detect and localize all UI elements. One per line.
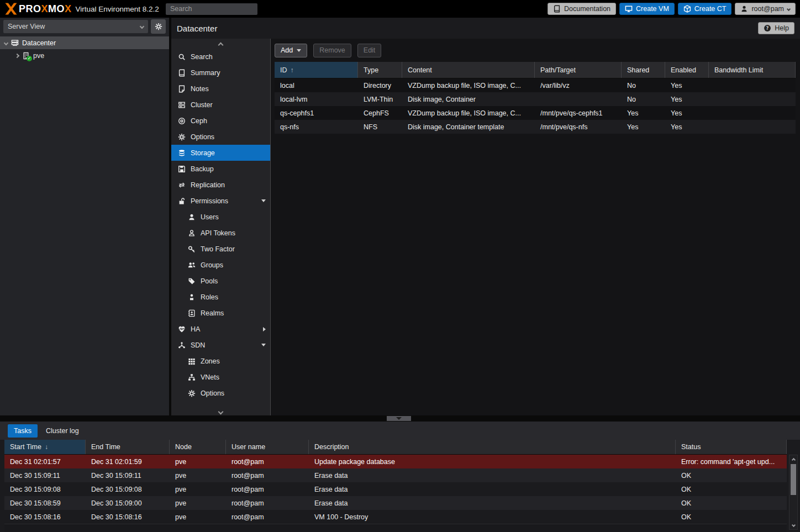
tasks-scrollbar[interactable] <box>789 455 798 530</box>
nav-item-ha[interactable]: HA <box>171 321 270 337</box>
nav-item-search[interactable]: Search <box>171 49 270 65</box>
tree-item-datacenter[interactable]: Datacenter <box>0 36 169 49</box>
gear-icon <box>178 133 186 141</box>
nav-item-two-factor[interactable]: Two Factor <box>171 241 270 257</box>
resource-sidebar: Server View Datacenter ✓ pve <box>0 18 169 415</box>
nav-scroll-down-button[interactable] <box>171 408 270 415</box>
database-icon <box>178 149 186 157</box>
nav-item-ceph[interactable]: Ceph <box>171 113 270 129</box>
nav-item-summary[interactable]: Summary <box>171 65 270 81</box>
book-icon <box>553 5 561 13</box>
column-header-end-time[interactable]: End Time <box>86 440 170 454</box>
content-body: Search Summary Notes Cluster Ceph Option… <box>171 39 800 415</box>
question-icon: ? <box>764 24 771 32</box>
create-vm-button[interactable]: Create VM <box>619 3 675 15</box>
table-row[interactable]: qs-nfsNFSDisk image, Container template/… <box>275 120 796 134</box>
column-header-bandwidth[interactable]: Bandwidth Limit <box>709 62 796 78</box>
nav-item-sdn[interactable]: SDN <box>171 337 270 353</box>
collapse-handle[interactable] <box>387 416 411 421</box>
book-icon <box>178 69 186 77</box>
documentation-button[interactable]: Documentation <box>548 3 616 15</box>
column-header-start-time[interactable]: Start Time↓ <box>4 440 86 454</box>
gear-icon <box>188 389 196 397</box>
nav-item-groups[interactable]: Groups <box>171 257 270 273</box>
user-icon <box>740 5 748 13</box>
tree-item-pve[interactable]: ✓ pve <box>0 49 169 62</box>
column-header-content[interactable]: Content <box>402 62 535 78</box>
column-header-node[interactable]: Node <box>170 440 226 454</box>
svg-text:?: ? <box>766 25 769 31</box>
task-row[interactable]: Dec 30 15:08:59Dec 30 15:09:00pveroot@pa… <box>4 496 787 510</box>
main-row: Server View Datacenter ✓ pve <box>0 18 800 415</box>
bottom-panel-splitter[interactable] <box>0 415 800 422</box>
nav-item-zones[interactable]: Zones <box>171 353 270 369</box>
nav-item-backup[interactable]: Backup <box>171 161 270 177</box>
column-header-description[interactable]: Description <box>309 440 676 454</box>
column-header-shared[interactable]: Shared <box>622 62 665 78</box>
tag-icon <box>188 277 196 285</box>
user-outline-icon <box>188 229 196 237</box>
scroll-up-button[interactable] <box>790 455 797 464</box>
column-header-status[interactable]: Status <box>676 440 787 454</box>
nav-scroll-up-button[interactable] <box>171 41 270 49</box>
gear-icon <box>155 23 162 30</box>
cluster-icon <box>178 101 186 109</box>
heartbeat-icon <box>178 325 186 333</box>
nav-item-api-tokens[interactable]: API Tokens <box>171 225 270 241</box>
column-header-id[interactable]: ID↑ <box>275 62 358 78</box>
task-row[interactable]: Dec 30 15:09:08Dec 30 15:09:08pveroot@pa… <box>4 482 787 496</box>
nav-item-users[interactable]: Users <box>171 209 270 225</box>
nav-item-notes[interactable]: Notes <box>171 81 270 97</box>
server-icon <box>11 39 19 47</box>
scroll-down-button[interactable] <box>790 520 797 529</box>
add-button[interactable]: Add <box>275 44 307 57</box>
sort-asc-icon: ↑ <box>291 66 294 74</box>
building-icon: ✓ <box>22 52 30 60</box>
nav-item-vnets[interactable]: VNets <box>171 369 270 385</box>
scrollbar-thumb[interactable] <box>791 464 796 495</box>
nav-item-cluster[interactable]: Cluster <box>171 97 270 113</box>
nav-item-options[interactable]: Options <box>171 129 270 145</box>
search-icon <box>178 53 186 61</box>
task-row-error[interactable]: Dec 31 02:01:57Dec 31 02:01:59pveroot@pa… <box>4 455 787 468</box>
help-button[interactable]: ? Help <box>758 22 794 34</box>
tab-cluster-log[interactable]: Cluster log <box>40 424 85 438</box>
nav-item-pools[interactable]: Pools <box>171 273 270 289</box>
nav-item-replication[interactable]: Replication <box>171 177 270 193</box>
log-tab-bar: Tasks Cluster log <box>0 422 800 440</box>
tasks-table: Start Time↓ End Time Node User name Desc… <box>4 440 787 524</box>
table-row[interactable]: localDirectoryVZDump backup file, ISO im… <box>275 78 796 92</box>
collapse-caret-icon <box>261 199 266 202</box>
sidebar-settings-button[interactable] <box>151 19 166 34</box>
task-row[interactable]: Dec 30 15:09:11Dec 30 15:09:11pveroot@pa… <box>4 468 787 482</box>
unlock-icon <box>178 197 186 205</box>
top-bar: PROXMOX Virtual Environment 8.2.2 Docume… <box>0 0 800 18</box>
page-title: Datacenter <box>177 24 217 33</box>
note-icon <box>178 85 186 93</box>
nav-item-permissions[interactable]: Permissions <box>171 193 270 209</box>
global-search-input[interactable] <box>166 3 257 15</box>
column-header-enabled[interactable]: Enabled <box>665 62 709 78</box>
table-row[interactable]: local-lvmLVM-ThinDisk image, ContainerNo… <box>275 92 796 106</box>
nav-item-sdn-options[interactable]: Options <box>171 385 270 401</box>
chevron-down-icon <box>787 7 791 10</box>
expand-caret-icon <box>263 327 266 331</box>
view-select[interactable]: Server View <box>3 20 148 33</box>
vnet-icon <box>188 373 196 381</box>
task-row[interactable]: Dec 30 15:08:16Dec 30 15:08:16pveroot@pa… <box>4 510 787 524</box>
column-header-path[interactable]: Path/Target <box>535 62 622 78</box>
nav-item-realms[interactable]: Realms <box>171 305 270 321</box>
chevron-up-icon <box>218 42 224 48</box>
floppy-icon <box>178 165 186 173</box>
user-menu-button[interactable]: root@pam <box>735 3 796 15</box>
tab-tasks[interactable]: Tasks <box>8 424 38 438</box>
proxmox-x-icon <box>4 2 18 15</box>
storage-table-header: ID↑ Type Content Path/Target Shared Enab… <box>275 62 796 78</box>
nav-item-roles[interactable]: Roles <box>171 289 270 305</box>
table-row[interactable]: qs-cephfs1CephFSVZDump backup file, ISO … <box>275 106 796 120</box>
nav-item-storage[interactable]: Storage <box>171 145 270 161</box>
column-header-type[interactable]: Type <box>358 62 402 78</box>
column-header-user-name[interactable]: User name <box>226 440 309 454</box>
create-ct-button[interactable]: Create CT <box>678 3 732 15</box>
grid-icon <box>188 357 196 365</box>
